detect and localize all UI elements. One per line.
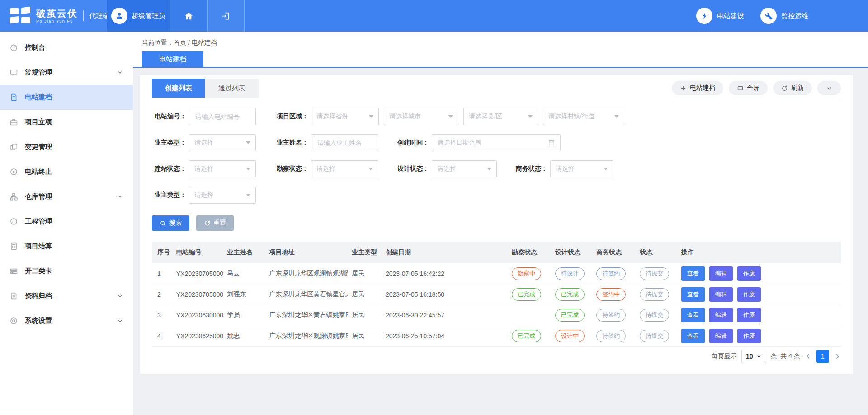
sidebar-item-label: 系统设置 xyxy=(25,317,117,325)
status-pill: 已完成 xyxy=(512,330,541,342)
owner-type-label: 业主类型： xyxy=(152,139,186,147)
search-button[interactable]: 搜索 xyxy=(152,215,189,231)
view-button[interactable]: 查看 xyxy=(681,308,705,322)
design-status-select[interactable]: 请选择 xyxy=(432,160,497,177)
create-time-input[interactable]: 请选择日期范围 xyxy=(432,134,561,151)
card-icon xyxy=(8,266,19,277)
sidebar-item-label: 电站终止 xyxy=(25,168,123,176)
status-pill: 待签约 xyxy=(596,330,626,342)
owner-type-select[interactable]: 请选择 xyxy=(189,134,256,151)
business-status-label: 商务状态： xyxy=(513,165,547,173)
chevron-down-icon xyxy=(117,293,123,299)
table-row: 3YX2023063000009学员广东深圳龙华区黄石镇姚家庄...居民2023… xyxy=(152,305,841,326)
sidebar-item-console[interactable]: 控制台 xyxy=(0,35,133,60)
sidebar-item-general-management[interactable]: 常规管理 xyxy=(0,60,133,85)
chevron-left-icon xyxy=(805,353,812,360)
void-button[interactable]: 作废 xyxy=(737,308,761,322)
void-button[interactable]: 作废 xyxy=(737,329,761,343)
business-status-select[interactable]: 请选择 xyxy=(550,160,613,177)
home-icon xyxy=(184,11,193,21)
region-selects: 请选择省份请选择城市请选择县/区请选择村镇/街道 xyxy=(311,108,624,125)
caret-down-icon xyxy=(614,115,619,118)
sidebar-item-warehouse-management[interactable]: 仓库管理 xyxy=(0,184,133,209)
reset-button[interactable]: 重置 xyxy=(196,215,234,231)
cell-business-status: 待签约 xyxy=(593,263,636,284)
owner-name-input[interactable] xyxy=(316,139,373,147)
cell-status-status: 待提交 xyxy=(636,326,677,346)
logout-icon xyxy=(221,11,231,21)
logout-button[interactable] xyxy=(207,0,245,32)
region-town-select[interactable]: 请选择村镇/街道 xyxy=(543,108,624,125)
create-station-button[interactable]: 电站建档 xyxy=(672,81,723,95)
refresh-button[interactable]: 刷新 xyxy=(773,81,812,95)
prev-page-button[interactable] xyxy=(805,353,812,360)
total-count-label: 条, 共 4 条 xyxy=(771,352,800,360)
region-district-select[interactable]: 请选择县/区 xyxy=(463,108,538,125)
cell-owner-type: 居民 xyxy=(348,284,382,305)
status-pill: 已完成 xyxy=(512,288,541,301)
fullscreen-button[interactable]: 全屏 xyxy=(729,81,768,95)
design-status-label: 设计状态： xyxy=(395,165,429,173)
void-button[interactable]: 作废 xyxy=(737,266,761,281)
build-status-label: 建站状态： xyxy=(152,165,186,173)
tab-approved-list[interactable]: 通过列表 xyxy=(205,79,259,98)
region-province-select[interactable]: 请选择省份 xyxy=(311,108,379,125)
caret-down-icon xyxy=(246,168,250,170)
edit-button[interactable]: 编辑 xyxy=(709,266,733,281)
placeholder-text: 请选择县/区 xyxy=(469,112,525,121)
sidebar-item-engineering-management[interactable]: 工程管理 xyxy=(0,209,133,234)
next-page-button[interactable] xyxy=(834,353,841,360)
cell-address: 广东深圳龙华区黄石镇星官大... xyxy=(265,284,348,305)
nav-monitor-ops[interactable]: 监控运维 xyxy=(760,8,808,24)
page-tab[interactable]: 电站建档 xyxy=(142,51,203,67)
sidebar-item-station-archive[interactable]: 电站建档 xyxy=(0,85,133,110)
survey-status-select[interactable]: 请选择 xyxy=(311,160,378,177)
user-menu[interactable]: 超级管理员 xyxy=(107,0,170,32)
cell-created: 2023-07-05 16:42:22 xyxy=(382,263,508,284)
status-pill: 勘察中 xyxy=(512,267,541,280)
dashboard-icon xyxy=(8,42,19,53)
build-status-select[interactable]: 请选择 xyxy=(189,160,256,177)
sidebar-item-type2-card[interactable]: 开二类卡 xyxy=(0,259,133,284)
station-no-input[interactable] xyxy=(194,112,250,121)
briefcase-icon xyxy=(8,117,19,128)
nav-monitor-ops-label: 监控运维 xyxy=(781,12,808,20)
sidebar-item-station-termination[interactable]: 电站终止 xyxy=(0,159,133,184)
wrench-icon xyxy=(764,12,773,20)
cell-address: 广东深圳龙华区黄石镇姚家庄... xyxy=(265,305,348,326)
collapse-button[interactable] xyxy=(817,81,841,95)
nav-station-build[interactable]: 电站建设 xyxy=(696,8,744,24)
caret-down-icon xyxy=(448,115,453,118)
column-header-0: 序号 xyxy=(152,242,173,263)
home-button[interactable] xyxy=(170,0,207,32)
cell-design-status: 已完成 xyxy=(552,284,593,305)
status-pill: 待提交 xyxy=(640,288,669,301)
edit-button[interactable]: 编辑 xyxy=(709,329,733,343)
sidebar-item-data-archive[interactable]: 资料归档 xyxy=(0,284,133,308)
edit-button[interactable]: 编辑 xyxy=(709,308,733,322)
status-pill: 设计中 xyxy=(555,330,585,342)
view-button[interactable]: 查看 xyxy=(681,287,705,302)
plus-icon xyxy=(680,85,687,92)
refresh-icon xyxy=(781,85,788,92)
sidebar-item-change-management[interactable]: 变更管理 xyxy=(0,135,133,159)
view-button[interactable]: 查看 xyxy=(681,329,705,343)
cell-owner-name: 学员 xyxy=(223,305,265,326)
sidebar-item-system-settings[interactable]: 系统设置 xyxy=(0,308,133,333)
region-city-select[interactable]: 请选择城市 xyxy=(384,108,458,125)
per-page-select[interactable]: 10 xyxy=(741,350,766,363)
page-1-button[interactable]: 1 xyxy=(816,350,829,363)
sidebar-item-project-initiation[interactable]: 项目立项 xyxy=(0,110,133,135)
cell-actions: 查看编辑作废 xyxy=(678,305,841,326)
status-pill: 待提交 xyxy=(640,267,669,280)
tab-create-list[interactable]: 创建列表 xyxy=(152,79,205,98)
edit-button[interactable]: 编辑 xyxy=(709,287,733,302)
owner-type2-select[interactable]: 请选择 xyxy=(189,187,256,204)
view-button[interactable]: 查看 xyxy=(681,266,705,281)
copy-icon xyxy=(8,142,19,153)
sidebar-item-project-settlement[interactable]: 项目结算 xyxy=(0,234,133,259)
void-button[interactable]: 作废 xyxy=(737,287,761,302)
column-header-4: 业主类型 xyxy=(348,242,382,263)
survey-status-label: 勘察状态： xyxy=(274,165,308,173)
cell-status-status: 待提交 xyxy=(636,284,677,305)
